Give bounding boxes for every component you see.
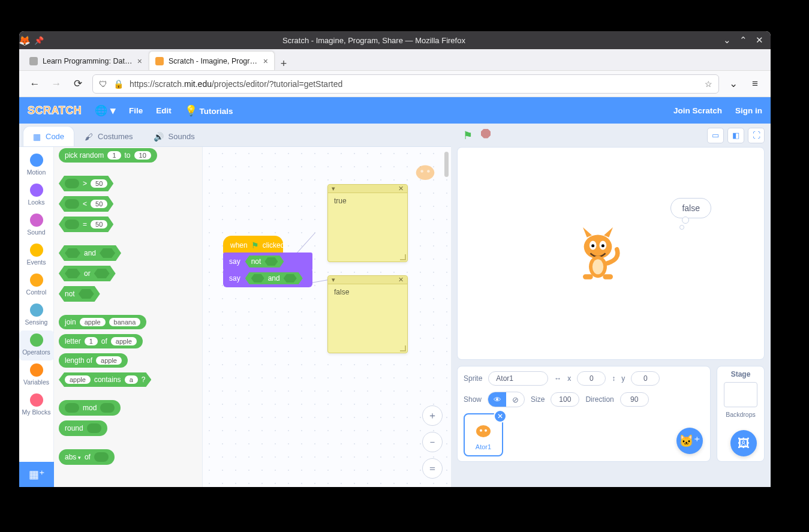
cat-events[interactable]: Events: [19, 241, 54, 270]
resize-handle[interactable]: [400, 254, 406, 260]
pin-icon[interactable]: 📌: [34, 36, 44, 45]
pocket-icon[interactable]: ⌄: [726, 77, 741, 90]
green-flag-button[interactable]: ⚑: [463, 129, 473, 142]
scratch-cat-sprite[interactable]: [573, 224, 623, 284]
hide-icon[interactable]: ⊘: [506, 392, 524, 407]
close-button[interactable]: ✕: [756, 35, 763, 46]
scrollbar[interactable]: [444, 152, 449, 177]
join-scratch-link[interactable]: Join Scratch: [673, 106, 722, 115]
comment-false[interactable]: ▾✕ false: [327, 275, 408, 353]
bookmark-star-icon[interactable]: ☆: [705, 79, 712, 89]
cat-sound[interactable]: Sound: [19, 211, 54, 241]
browser-tab-scratch[interactable]: Scratch - Imagine, Program, S ×: [149, 51, 275, 70]
zoom-in-button[interactable]: ＋: [422, 405, 443, 426]
cat-variables[interactable]: Variables: [19, 360, 54, 390]
tab-costumes[interactable]: 🖌Costumes: [74, 126, 143, 146]
cat-myblocks[interactable]: My Blocks: [19, 390, 54, 420]
lock-icon[interactable]: 🔒: [113, 79, 124, 89]
delete-sprite-icon[interactable]: ✕: [494, 410, 507, 423]
edit-menu[interactable]: Edit: [156, 106, 172, 115]
cat-sensing[interactable]: Sensing: [19, 300, 54, 330]
tab-code[interactable]: ▦Code: [23, 126, 74, 146]
op-not-embedded[interactable]: not: [245, 256, 284, 267]
op-pick-random[interactable]: pick random 1 to 10: [59, 148, 157, 163]
close-comment-icon[interactable]: ✕: [398, 276, 404, 284]
firefox-window: 🦊 📌 Scratch - Imagine, Program, Share — …: [19, 31, 771, 487]
stage-header: ⚑ ▭ ◧ ⛶: [451, 124, 771, 147]
resize-handle[interactable]: [400, 345, 406, 351]
op-gt[interactable]: > 50: [59, 176, 113, 191]
op-letter[interactable]: letter 1 of apple: [59, 334, 143, 348]
block-palette[interactable]: pick random 1 to 10 > 50 < 50 = 50 and o…: [54, 147, 203, 487]
sprite-direction-input[interactable]: 90: [620, 392, 649, 407]
stop-button[interactable]: [481, 129, 491, 139]
sprite-size-input[interactable]: 100: [551, 392, 579, 407]
editor-left: ▦Code 🖌Costumes 🔊Sounds Motion Looks Sou…: [19, 124, 451, 487]
zoom-out-button[interactable]: －: [422, 432, 443, 452]
sprite-name-input[interactable]: Ator1: [488, 371, 548, 386]
script-canvas[interactable]: when⚑clicked say not say and ▾: [203, 147, 451, 487]
minimize-button[interactable]: ⌄: [723, 35, 731, 46]
block-say-not[interactable]: say not: [223, 253, 312, 270]
show-icon[interactable]: 👁: [488, 392, 506, 407]
stage-thumbnail[interactable]: [724, 382, 757, 407]
comment-true[interactable]: ▾✕ true: [327, 184, 408, 262]
cat-control[interactable]: Control: [19, 270, 54, 300]
stage-title: Stage: [731, 370, 751, 378]
shield-icon[interactable]: 🛡: [99, 79, 107, 89]
op-mod[interactable]: mod: [59, 400, 121, 416]
sprite-x-input[interactable]: 0: [577, 371, 606, 386]
language-menu[interactable]: 🌐 ▾: [95, 104, 116, 117]
op-join[interactable]: join apple banana: [59, 315, 146, 329]
op-length[interactable]: length of apple: [59, 353, 128, 368]
maximize-button[interactable]: ⌃: [739, 35, 747, 46]
flag-icon: ⚑: [251, 241, 259, 250]
new-tab-button[interactable]: +: [275, 58, 293, 70]
stage[interactable]: false: [457, 147, 765, 360]
collapse-icon[interactable]: ▾: [332, 185, 335, 193]
sprite-y-input[interactable]: 0: [631, 371, 660, 386]
extensions-button[interactable]: ▦⁺: [19, 462, 54, 487]
small-stage-button[interactable]: ▭: [707, 128, 724, 143]
script-stack[interactable]: when⚑clicked say not say and: [223, 236, 312, 287]
block-say-and[interactable]: say and: [223, 269, 312, 287]
op-and[interactable]: and: [59, 245, 121, 261]
editor-content: ▦Code 🖌Costumes 🔊Sounds Motion Looks Sou…: [19, 124, 771, 487]
op-mathop[interactable]: abs of: [59, 449, 115, 465]
forward-button[interactable]: →: [49, 78, 64, 90]
fullscreen-button[interactable]: ⛶: [748, 128, 765, 143]
tutorials-menu[interactable]: 💡 Tutorials: [185, 104, 233, 117]
browser-tab-learn[interactable]: Learn Programming: Data Typ ×: [23, 51, 149, 70]
tab-sounds[interactable]: 🔊Sounds: [143, 126, 205, 146]
zoom-reset-button[interactable]: ＝: [422, 458, 443, 479]
op-contains[interactable]: apple contains a ?: [59, 372, 151, 387]
close-tab-icon[interactable]: ×: [263, 56, 268, 66]
close-comment-icon[interactable]: ✕: [398, 185, 404, 193]
add-backdrop-button[interactable]: 🖼: [730, 430, 757, 456]
block-when-flag-clicked[interactable]: when⚑clicked: [223, 236, 283, 254]
op-lt[interactable]: < 50: [59, 196, 113, 212]
op-and-embedded[interactable]: and: [245, 272, 303, 284]
cat-operators[interactable]: Operators: [19, 330, 54, 360]
brush-icon: 🖌: [85, 132, 93, 142]
file-menu[interactable]: File: [129, 106, 143, 115]
sprite-card-ator1[interactable]: ✕ Ator1: [464, 413, 503, 456]
op-not[interactable]: not: [59, 286, 100, 302]
large-stage-button[interactable]: ◧: [727, 128, 744, 143]
add-sprite-button[interactable]: 🐱⁺: [676, 428, 703, 454]
collapse-icon[interactable]: ▾: [332, 276, 335, 284]
op-round[interactable]: round: [59, 420, 107, 436]
op-eq[interactable]: = 50: [59, 217, 113, 232]
visibility-toggle[interactable]: 👁 ⊘: [488, 392, 525, 407]
sign-in-link[interactable]: Sign in: [735, 106, 762, 115]
menu-icon[interactable]: ≡: [748, 78, 762, 90]
back-button[interactable]: ←: [28, 78, 42, 90]
cat-looks[interactable]: Looks: [19, 181, 54, 211]
op-or[interactable]: or: [59, 266, 116, 281]
close-tab-icon[interactable]: ×: [137, 56, 142, 66]
scratch-logo[interactable]: SCRATCH: [28, 104, 82, 117]
svg-point-5: [591, 244, 594, 247]
cat-motion[interactable]: Motion: [19, 151, 54, 181]
url-bar[interactable]: 🛡 🔒 https://scratch.mit.edu/projects/edi…: [92, 74, 719, 94]
reload-button[interactable]: ⟳: [71, 77, 85, 90]
